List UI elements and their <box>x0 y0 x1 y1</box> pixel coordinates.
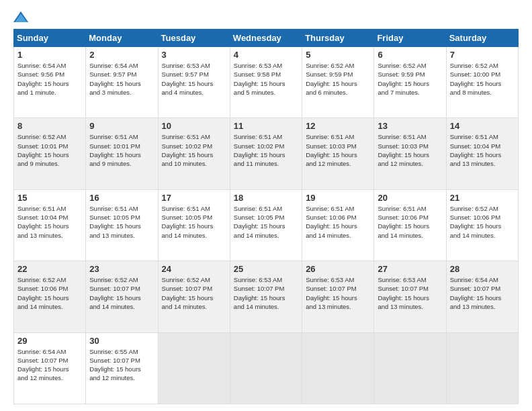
table-row: 29Sunrise: 6:54 AM Sunset: 10:07 PM Dayl… <box>14 332 86 404</box>
table-row: 27Sunrise: 6:53 AM Sunset: 10:07 PM Dayl… <box>374 261 446 332</box>
day-number: 11 <box>234 121 298 131</box>
day-info: Sunrise: 6:51 AM Sunset: 10:05 PM Daylig… <box>89 204 154 240</box>
day-number: 19 <box>306 193 370 203</box>
table-row <box>158 332 230 404</box>
calendar-header-row: Sunday Monday Tuesday Wednesday Thursday… <box>14 30 519 47</box>
day-info: Sunrise: 6:54 AM Sunset: 9:56 PM Dayligh… <box>17 61 82 97</box>
logo <box>13 10 31 24</box>
table-row <box>446 332 518 404</box>
table-row: 18Sunrise: 6:51 AM Sunset: 10:05 PM Dayl… <box>230 189 302 261</box>
day-info: Sunrise: 6:54 AM Sunset: 10:07 PM Daylig… <box>17 347 82 383</box>
col-sunday: Sunday <box>14 30 86 47</box>
table-row: 10Sunrise: 6:51 AM Sunset: 10:02 PM Dayl… <box>158 118 230 189</box>
logo-icon <box>13 10 28 24</box>
day-number: 13 <box>378 121 442 131</box>
day-info: Sunrise: 6:52 AM Sunset: 10:06 PM Daylig… <box>17 275 82 311</box>
day-info: Sunrise: 6:53 AM Sunset: 10:07 PM Daylig… <box>378 275 442 311</box>
day-number: 27 <box>378 264 442 274</box>
day-number: 18 <box>234 193 298 203</box>
table-row: 11Sunrise: 6:51 AM Sunset: 10:02 PM Dayl… <box>230 118 302 189</box>
table-row: 13Sunrise: 6:51 AM Sunset: 10:03 PM Dayl… <box>374 118 446 189</box>
day-number: 20 <box>378 193 442 203</box>
table-row: 26Sunrise: 6:53 AM Sunset: 10:07 PM Dayl… <box>302 261 374 332</box>
col-saturday: Saturday <box>446 30 518 47</box>
day-number: 29 <box>17 336 82 346</box>
day-number: 1 <box>17 50 82 60</box>
day-number: 22 <box>17 264 82 274</box>
day-number: 9 <box>89 121 154 131</box>
calendar-week-row: 29Sunrise: 6:54 AM Sunset: 10:07 PM Dayl… <box>14 332 519 404</box>
day-number: 25 <box>234 264 298 274</box>
table-row: 3Sunrise: 6:53 AM Sunset: 9:57 PM Daylig… <box>158 47 230 118</box>
table-row: 1Sunrise: 6:54 AM Sunset: 9:56 PM Daylig… <box>14 47 86 118</box>
table-row: 7Sunrise: 6:52 AM Sunset: 10:00 PM Dayli… <box>446 47 518 118</box>
calendar-week-row: 22Sunrise: 6:52 AM Sunset: 10:06 PM Dayl… <box>14 261 519 332</box>
day-info: Sunrise: 6:51 AM Sunset: 10:04 PM Daylig… <box>450 132 515 168</box>
day-number: 30 <box>89 336 154 346</box>
table-row: 24Sunrise: 6:52 AM Sunset: 10:07 PM Dayl… <box>158 261 230 332</box>
table-row: 25Sunrise: 6:53 AM Sunset: 10:07 PM Dayl… <box>230 261 302 332</box>
day-info: Sunrise: 6:52 AM Sunset: 9:59 PM Dayligh… <box>378 61 442 97</box>
day-info: Sunrise: 6:51 AM Sunset: 10:06 PM Daylig… <box>378 204 442 240</box>
day-info: Sunrise: 6:52 AM Sunset: 9:59 PM Dayligh… <box>306 61 370 97</box>
day-info: Sunrise: 6:53 AM Sunset: 9:58 PM Dayligh… <box>234 61 298 97</box>
day-number: 23 <box>89 264 154 274</box>
day-info: Sunrise: 6:53 AM Sunset: 9:57 PM Dayligh… <box>162 61 226 97</box>
table-row: 6Sunrise: 6:52 AM Sunset: 9:59 PM Daylig… <box>374 47 446 118</box>
day-info: Sunrise: 6:52 AM Sunset: 10:07 PM Daylig… <box>89 275 154 311</box>
day-number: 14 <box>450 121 515 131</box>
day-number: 4 <box>234 50 298 60</box>
table-row <box>302 332 374 404</box>
day-number: 16 <box>89 193 154 203</box>
table-row: 30Sunrise: 6:55 AM Sunset: 10:07 PM Dayl… <box>86 332 158 404</box>
table-row: 21Sunrise: 6:52 AM Sunset: 10:06 PM Dayl… <box>446 189 518 261</box>
table-row: 22Sunrise: 6:52 AM Sunset: 10:06 PM Dayl… <box>14 261 86 332</box>
col-friday: Friday <box>374 30 446 47</box>
table-row: 9Sunrise: 6:51 AM Sunset: 10:01 PM Dayli… <box>86 118 158 189</box>
day-info: Sunrise: 6:53 AM Sunset: 10:07 PM Daylig… <box>234 275 298 311</box>
day-number: 7 <box>450 50 515 60</box>
table-row: 23Sunrise: 6:52 AM Sunset: 10:07 PM Dayl… <box>86 261 158 332</box>
day-number: 3 <box>162 50 226 60</box>
day-info: Sunrise: 6:51 AM Sunset: 10:04 PM Daylig… <box>17 204 82 240</box>
calendar-table: Sunday Monday Tuesday Wednesday Thursday… <box>13 29 519 404</box>
day-number: 26 <box>306 264 370 274</box>
day-number: 17 <box>162 193 226 203</box>
day-number: 6 <box>378 50 442 60</box>
table-row: 8Sunrise: 6:52 AM Sunset: 10:01 PM Dayli… <box>14 118 86 189</box>
table-row: 28Sunrise: 6:54 AM Sunset: 10:07 PM Dayl… <box>446 261 518 332</box>
col-wednesday: Wednesday <box>230 30 302 47</box>
day-number: 21 <box>450 193 515 203</box>
day-number: 24 <box>162 264 226 274</box>
day-info: Sunrise: 6:54 AM Sunset: 10:07 PM Daylig… <box>450 275 515 311</box>
day-number: 10 <box>162 121 226 131</box>
day-info: Sunrise: 6:51 AM Sunset: 10:03 PM Daylig… <box>306 132 370 168</box>
col-thursday: Thursday <box>302 30 374 47</box>
day-info: Sunrise: 6:51 AM Sunset: 10:06 PM Daylig… <box>306 204 370 240</box>
day-info: Sunrise: 6:54 AM Sunset: 9:57 PM Dayligh… <box>89 61 154 97</box>
day-info: Sunrise: 6:51 AM Sunset: 10:03 PM Daylig… <box>378 132 442 168</box>
day-number: 2 <box>89 50 154 60</box>
day-number: 15 <box>17 193 82 203</box>
day-info: Sunrise: 6:52 AM Sunset: 10:01 PM Daylig… <box>17 132 82 168</box>
table-row: 16Sunrise: 6:51 AM Sunset: 10:05 PM Dayl… <box>86 189 158 261</box>
table-row: 14Sunrise: 6:51 AM Sunset: 10:04 PM Dayl… <box>446 118 518 189</box>
day-info: Sunrise: 6:52 AM Sunset: 10:06 PM Daylig… <box>450 204 515 240</box>
table-row: 20Sunrise: 6:51 AM Sunset: 10:06 PM Dayl… <box>374 189 446 261</box>
day-info: Sunrise: 6:52 AM Sunset: 10:07 PM Daylig… <box>162 275 226 311</box>
day-number: 12 <box>306 121 370 131</box>
table-row: 5Sunrise: 6:52 AM Sunset: 9:59 PM Daylig… <box>302 47 374 118</box>
day-number: 28 <box>450 264 515 274</box>
day-info: Sunrise: 6:51 AM Sunset: 10:05 PM Daylig… <box>162 204 226 240</box>
table-row: 4Sunrise: 6:53 AM Sunset: 9:58 PM Daylig… <box>230 47 302 118</box>
table-row: 12Sunrise: 6:51 AM Sunset: 10:03 PM Dayl… <box>302 118 374 189</box>
col-monday: Monday <box>86 30 158 47</box>
day-info: Sunrise: 6:51 AM Sunset: 10:02 PM Daylig… <box>234 132 298 168</box>
table-row: 2Sunrise: 6:54 AM Sunset: 9:57 PM Daylig… <box>86 47 158 118</box>
day-number: 5 <box>306 50 370 60</box>
calendar-week-row: 8Sunrise: 6:52 AM Sunset: 10:01 PM Dayli… <box>14 118 519 189</box>
calendar-week-row: 1Sunrise: 6:54 AM Sunset: 9:56 PM Daylig… <box>14 47 519 118</box>
day-number: 8 <box>17 121 82 131</box>
table-row <box>374 332 446 404</box>
header <box>13 10 519 24</box>
